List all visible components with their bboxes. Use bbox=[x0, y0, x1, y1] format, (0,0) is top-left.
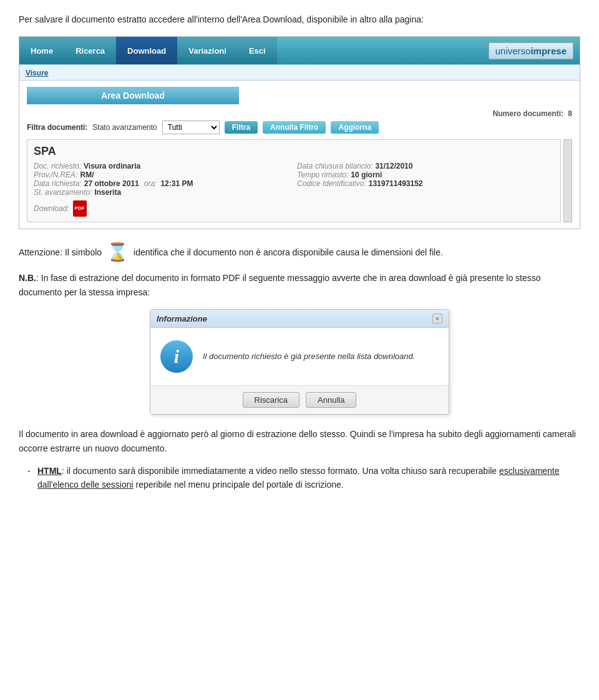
area-download-header: Area Download bbox=[27, 87, 239, 104]
nb-section: N.B.: In fase di estrazione del document… bbox=[19, 271, 580, 299]
intro-paragraph: Per salvare il documento estratto accede… bbox=[19, 12, 580, 26]
aggiorna-button[interactable]: Aggiorna bbox=[331, 121, 379, 134]
annulla-filtro-button[interactable]: Annulla Filtro bbox=[263, 121, 326, 134]
nav-buttons: Home Ricerca Download Variazioni Esci bbox=[19, 37, 277, 64]
html-label: HTML bbox=[37, 466, 62, 476]
ora-value: 12:31 PM bbox=[160, 179, 193, 188]
tempo-rimasto-field: Tempo rimasto: 10 giorni bbox=[297, 170, 554, 179]
list-item-html: HTML: il documento sarà disponibile imme… bbox=[37, 464, 580, 492]
scrollbar[interactable] bbox=[563, 139, 572, 222]
prov-nrea-value: RM/ bbox=[80, 170, 94, 179]
prov-nrea-label: Prov./N.REA: bbox=[34, 170, 77, 179]
data-chiusura-value: 31/12/2010 bbox=[375, 162, 412, 170]
doc-richiesto-label: Doc. richiesto: bbox=[34, 162, 81, 170]
logo-imprese: imprese bbox=[530, 46, 567, 56]
info-dialog-wrapper: Informazione × i Il documento richiesto … bbox=[19, 309, 580, 415]
doc-grid: Doc. richiesto: Visura ordinaria Prov./N… bbox=[34, 162, 554, 197]
nb-prefix: N.B. bbox=[19, 273, 36, 283]
info-dialog-title-bar: Informazione × bbox=[150, 310, 449, 328]
tempo-rimasto-label: Tempo rimasto: bbox=[297, 170, 348, 179]
nav-download-button[interactable]: Download bbox=[116, 37, 177, 64]
data-chiusura-field: Data chiusura bilancio: 31/12/2010 bbox=[297, 162, 554, 170]
info-i-icon: i bbox=[174, 346, 179, 367]
data-richiesta-label: Data richiesta: bbox=[34, 179, 82, 188]
ora-label: ora: bbox=[144, 179, 157, 188]
annulla-dialog-button[interactable]: Annulla bbox=[306, 392, 356, 408]
list-item-text1: : il documento sarà disponibile immediat… bbox=[62, 466, 499, 476]
info-dialog-close-button[interactable]: × bbox=[432, 313, 442, 323]
filtra-button[interactable]: Filtra bbox=[225, 121, 258, 134]
bottom-list: HTML: il documento sarà disponibile imme… bbox=[37, 464, 580, 492]
logo-box: universoimprese bbox=[489, 42, 573, 59]
prov-nrea-field: Prov./N.REA: RM/ bbox=[34, 170, 291, 179]
doc-richiesto-value: Visura ordinaria bbox=[84, 162, 140, 170]
nav-esci-button[interactable]: Esci bbox=[238, 37, 277, 64]
riscarica-button[interactable]: Riscarica bbox=[243, 392, 300, 408]
hourglass-icon: ⌛ bbox=[107, 242, 129, 262]
logo-universo: universo bbox=[495, 46, 531, 56]
num-doc-label: Numero documenti: 8 bbox=[493, 109, 572, 118]
nav-logo: universoimprese bbox=[489, 42, 580, 59]
sub-nav-visure[interactable]: Visure bbox=[26, 69, 48, 77]
info-dialog-title: Informazione bbox=[157, 314, 207, 323]
st-avanzamento-label: St. avanzamento: bbox=[34, 188, 92, 197]
browser-screenshot: Home Ricerca Download Variazioni Esci un… bbox=[19, 36, 580, 229]
attention-text1: Attenzione: Il simbolo bbox=[19, 247, 102, 257]
nav-home-button[interactable]: Home bbox=[19, 37, 64, 64]
doc-card-title: SPA bbox=[34, 145, 554, 158]
stato-select[interactable]: Tutti In corso Completato bbox=[162, 121, 220, 134]
num-doc-value: 8 bbox=[568, 109, 572, 118]
num-doc-row: Numero documenti: 8 bbox=[27, 109, 572, 118]
download-row: Download: PDF bbox=[34, 200, 554, 217]
attention-row: Attenzione: Il simbolo ⌛ identifica che … bbox=[19, 242, 580, 262]
st-avanzamento-value: Inserita bbox=[94, 188, 121, 197]
doc-fields-right: Data chiusura bilancio: 31/12/2010 Tempo… bbox=[297, 162, 554, 197]
filter-label: Filtra documenti: bbox=[27, 123, 87, 132]
info-dialog: Informazione × i Il documento richiesto … bbox=[150, 309, 449, 415]
doc-richiesto-field: Doc. richiesto: Visura ordinaria bbox=[34, 162, 291, 170]
nav-bar: Home Ricerca Download Variazioni Esci un… bbox=[19, 37, 580, 64]
list-item-text-after: reperibile nel menu principale del porta… bbox=[134, 480, 344, 490]
stato-avanzamento-label: Stato avanzamento bbox=[92, 123, 157, 132]
data-richiesta-value: 27 ottobre 2011 bbox=[84, 179, 139, 188]
nb-text: N.B.: In fase di estrazione del document… bbox=[19, 271, 580, 299]
pdf-download-icon[interactable]: PDF bbox=[73, 200, 87, 217]
codice-id-value: 1319711493152 bbox=[369, 179, 423, 188]
area-download-container: Area Download Numero documenti: 8 Filtra… bbox=[19, 81, 580, 229]
download-row-label: Download: bbox=[34, 204, 69, 213]
nav-ricerca-button[interactable]: Ricerca bbox=[64, 37, 116, 64]
sub-nav: Visure bbox=[19, 64, 580, 81]
codice-id-label: Codice Identificativo: bbox=[297, 179, 366, 188]
codice-id-field: Codice Identificativo: 1319711493152 bbox=[297, 179, 554, 188]
data-chiusura-label: Data chiusura bilancio: bbox=[297, 162, 373, 170]
info-icon-circle: i bbox=[160, 340, 193, 373]
tempo-rimasto-value: 10 giorni bbox=[351, 170, 382, 179]
st-avanzamento-field: St. avanzamento: Inserita bbox=[34, 188, 291, 197]
info-dialog-body: i Il documento richiesto è già presente … bbox=[150, 328, 449, 385]
info-dialog-message: Il documento richiesto è già presente ne… bbox=[203, 350, 415, 363]
filter-controls-row: Filtra documenti: Stato avanzamento Tutt… bbox=[27, 121, 572, 134]
info-dialog-footer: Riscarica Annulla bbox=[150, 385, 449, 414]
attention-text2: identifica che il documento non è ancora… bbox=[134, 247, 443, 257]
doc-card-wrapper: SPA Doc. richiesto: Visura ordinaria Pro… bbox=[27, 139, 572, 222]
nb-body: : In fase di estrazione del documento in… bbox=[19, 273, 541, 297]
after-dialog-text: Il documento in area download è aggiorna… bbox=[19, 427, 580, 455]
nav-variazioni-button[interactable]: Variazioni bbox=[177, 37, 238, 64]
doc-fields-left: Doc. richiesto: Visura ordinaria Prov./N… bbox=[34, 162, 291, 197]
doc-card: SPA Doc. richiesto: Visura ordinaria Pro… bbox=[27, 139, 561, 222]
data-richiesta-field: Data richiesta: 27 ottobre 2011 ora: 12:… bbox=[34, 179, 291, 188]
